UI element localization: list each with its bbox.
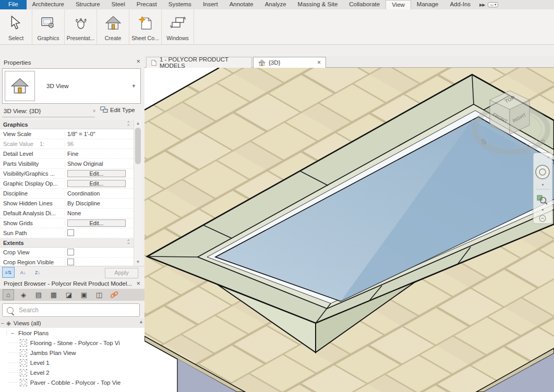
tree-scroll-up-icon[interactable]: ▲ xyxy=(139,319,143,324)
properties-close-icon[interactable]: × xyxy=(136,57,140,65)
drawing-area: 1 - POLYCOR PRODUCT MODELS {3D} × xyxy=(144,56,554,392)
scroll-up-icon[interactable]: ▲ xyxy=(134,120,142,127)
sort-default-button[interactable]: ≡⇅ xyxy=(2,267,15,278)
tab-view[interactable]: View xyxy=(386,0,411,9)
schedule-list-icon[interactable]: ▤ xyxy=(33,290,44,300)
graphics-icon xyxy=(41,11,56,34)
tab-structure[interactable]: Structure xyxy=(70,0,106,9)
edit-type-button[interactable]: Edit Type xyxy=(100,106,135,113)
section-extents[interactable]: Extents^^ xyxy=(0,238,134,248)
graphic-display-edit-button[interactable]: Edit... xyxy=(67,180,126,187)
panel-create[interactable]: Create xyxy=(97,9,129,44)
show-grids-edit-button[interactable]: Edit... xyxy=(67,219,126,227)
browser-search xyxy=(2,303,140,317)
views-home-icon[interactable]: ⌂ xyxy=(3,290,14,300)
groups-icon[interactable]: ◫ xyxy=(94,290,104,300)
tab-insert[interactable]: Insert xyxy=(197,0,224,9)
crop-view-checkbox[interactable] xyxy=(67,249,74,255)
tree-item-level2[interactable]: ····· Level 2 xyxy=(0,368,144,377)
prop-parts-visibility[interactable]: Parts VisibilityShow Original xyxy=(0,159,134,169)
table-icon[interactable]: ▦ xyxy=(49,290,59,300)
tree-item-flooring-stone[interactable]: ····· Flooring - Stone - Polycor - Top V… xyxy=(0,338,144,348)
panel-presentation-label: Presentat... xyxy=(67,35,95,41)
tree-floor-plans[interactable]: ⋮ − Floor Plans xyxy=(0,328,144,338)
ribbon-state-button[interactable]: ▭ ▾ xyxy=(488,2,498,7)
type-selector[interactable]: 3D View ▼ xyxy=(2,68,141,104)
floor-plan-icon xyxy=(20,339,27,347)
ribbon: Select Graphics Presentat... Create Shee… xyxy=(0,9,554,45)
panel-windows-label: Windows xyxy=(166,35,189,41)
steering-wheel-icon[interactable] xyxy=(536,165,549,179)
prop-scale-value: Scale Value 1:96 xyxy=(0,139,134,149)
scroll-down-icon[interactable]: ▼ xyxy=(134,259,142,266)
view-tab-sheet[interactable]: 1 - POLYCOR PRODUCT MODELS xyxy=(146,57,252,68)
tab-steel[interactable]: Steel xyxy=(106,0,131,9)
panel-graphics[interactable]: Graphics xyxy=(32,9,65,44)
project-browser-close-icon[interactable]: × xyxy=(136,279,140,287)
floor-plan-icon xyxy=(20,379,27,386)
navigation-bar[interactable]: × ▼ ▼ xyxy=(533,153,552,224)
sort-az-button[interactable]: A↓ xyxy=(17,267,29,278)
prop-detail-level[interactable]: Detail LevelFine xyxy=(0,149,134,159)
tab-architecture[interactable]: Architecture xyxy=(27,0,70,9)
navbar-close-icon[interactable]: × xyxy=(547,155,550,160)
section-graphics[interactable]: Graphics^^ xyxy=(0,120,134,129)
sheet-star-icon xyxy=(138,11,153,34)
search-input[interactable] xyxy=(18,306,139,314)
chevron-down-icon[interactable]: ˅ xyxy=(93,108,95,114)
collapse-icon[interactable]: ^^ xyxy=(127,239,129,245)
tab-overflow-icon[interactable]: ▶▶ xyxy=(479,3,485,7)
prop-crop-view: Crop View xyxy=(0,248,134,258)
box-select-icon[interactable]: ◈ xyxy=(18,290,29,300)
view-tab-3d[interactable]: {3D} × xyxy=(253,57,326,68)
visibility-graphics-edit-button[interactable]: Edit... xyxy=(67,170,126,177)
tab-precast[interactable]: Precast xyxy=(131,0,163,9)
tab-collaborate[interactable]: Collaborate xyxy=(343,0,386,9)
sheets-icon[interactable]: ▣ xyxy=(79,290,89,300)
3d-canvas[interactable]: TOP FRONT RIGHT S E × ▼ ▼ xyxy=(144,68,554,392)
scroll-thumb[interactable] xyxy=(135,128,141,164)
properties-sort-bar: ≡⇅ A↓ Z↓ Apply xyxy=(0,266,144,278)
tab-massing-site[interactable]: Massing & Site xyxy=(292,0,344,9)
panel-presentation[interactable]: Presentat... xyxy=(65,9,97,44)
properties-scrollbar[interactable]: ▲ ▼ xyxy=(134,120,142,266)
tab-annotate[interactable]: Annotate xyxy=(224,0,259,9)
divider xyxy=(2,117,95,117)
tab-file[interactable]: File xyxy=(0,0,27,9)
panel-graphics-label: Graphics xyxy=(37,35,59,41)
chevron-down-icon[interactable]: ▼ xyxy=(131,83,136,89)
panel-windows[interactable]: Windows xyxy=(162,9,194,44)
prop-discipline[interactable]: DisciplineCoordination xyxy=(0,189,134,199)
options-bar xyxy=(0,45,554,57)
collapse-minus-icon[interactable]: − xyxy=(0,320,5,326)
zoom-dropdown-icon[interactable]: ▼ xyxy=(541,208,545,212)
prop-show-hidden-lines[interactable]: Show Hidden LinesBy Discipline xyxy=(0,199,134,209)
tab-systems[interactable]: Systems xyxy=(163,0,197,9)
tree-item-jambs[interactable]: ····· Jambs Plan View xyxy=(0,348,144,358)
instance-selector-label[interactable]: 3D View: {3D} xyxy=(4,108,41,114)
eraser-icon[interactable]: ◪ xyxy=(64,290,74,300)
panel-sheet-composition[interactable]: Sheet Co... xyxy=(129,9,162,44)
panel-select[interactable]: Select xyxy=(0,9,32,44)
revit-window: { "ribbon": { "tabs": [ {"label": "File"… xyxy=(0,0,554,392)
floor-plan-icon xyxy=(20,359,27,366)
close-tab-icon[interactable]: × xyxy=(317,59,321,66)
collapse-minus-icon[interactable]: − xyxy=(10,330,15,336)
sun-path-checkbox[interactable] xyxy=(67,229,74,236)
prop-view-scale[interactable]: View Scale1/8" = 1'-0" xyxy=(0,129,134,139)
revit-link-icon[interactable] xyxy=(109,290,119,300)
collapse-icon[interactable]: ^^ xyxy=(127,121,129,127)
edit-type-icon xyxy=(100,106,108,113)
tree-item-level1[interactable]: ····· Level 1 xyxy=(0,358,144,368)
tree-item-paver-cobble[interactable]: ····· Paver - Cobble - Polycor - Top Vie xyxy=(0,377,144,387)
tab-analyze[interactable]: Analyze xyxy=(259,0,292,9)
crop-region-checkbox[interactable] xyxy=(67,259,74,265)
tab-manage[interactable]: Manage xyxy=(411,0,444,9)
prop-default-analysis[interactable]: Default Analysis Di...None xyxy=(0,209,134,218)
tree-views-all[interactable]: − ◈ Views (all) ▲ xyxy=(0,318,144,328)
apply-button[interactable]: Apply xyxy=(105,268,138,278)
tab-add-ins[interactable]: Add-Ins xyxy=(444,0,476,9)
wheel-dropdown-icon[interactable]: ▼ xyxy=(541,183,545,187)
windows-icon xyxy=(170,11,186,34)
sort-za-button[interactable]: Z↓ xyxy=(31,267,44,278)
